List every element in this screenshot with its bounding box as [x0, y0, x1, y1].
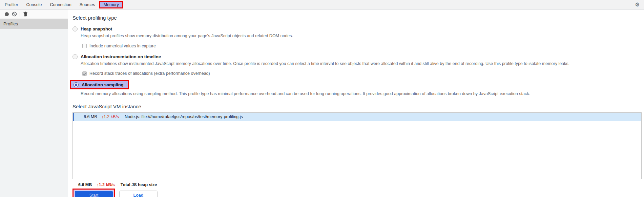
record-dot-icon	[5, 12, 9, 16]
record-profile-icon[interactable]	[3, 10, 11, 18]
vm-instance-list: 6.6 MB ↑1.2 kB/s Node.js: file:///home/r…	[72, 112, 642, 179]
profiles-section-header: Profiles	[0, 19, 68, 29]
memory-panel: Select profiling type Heap snapshot Heap…	[68, 9, 644, 197]
option-description: Record memory allocations using sampling…	[81, 91, 644, 97]
devtools-window: Profiler Console Connection Sources Memo…	[0, 0, 644, 197]
total-heap-rate-value: ↑1.2 kB/s	[97, 182, 115, 187]
toolbar-divider	[20, 12, 20, 17]
include-numerical-values-checkbox[interactable]	[82, 44, 87, 48]
tab-connection[interactable]: Connection	[46, 0, 75, 9]
profiling-type-heading: Select profiling type	[72, 15, 644, 21]
heap-stats: 6.6 MB ↑1.2 kB/s Total JS heap size	[78, 182, 644, 187]
vm-heap-rate: ↑1.2 kB/s	[102, 114, 119, 119]
tabbar: Profiler Console Connection Sources Memo…	[0, 0, 644, 9]
option-description: Allocation timelines show instrumented J…	[81, 61, 644, 67]
option-heap-snapshot[interactable]: Heap snapshot	[72, 26, 644, 31]
total-heap-size-label: Total JS heap size	[121, 182, 157, 187]
tab-memory[interactable]: Memory	[99, 1, 123, 8]
profiles-sidebar: Profiles	[0, 9, 68, 197]
option-allocation-sampling[interactable]: Allocation sampling	[70, 80, 129, 89]
clear-profiles-icon[interactable]	[11, 10, 18, 18]
content-area: Profiles Select profiling type Heap snap…	[0, 9, 644, 197]
option-label: Allocation instrumentation on timeline	[81, 54, 161, 59]
checkbox-label: Include numerical values in capture	[89, 44, 156, 48]
ban-icon	[12, 12, 17, 17]
start-annotation-box: Start	[72, 189, 115, 197]
record-stack-traces-row: Record stack traces of allocations (extr…	[82, 71, 644, 76]
start-button[interactable]: Start	[75, 191, 113, 197]
radio-allocation-timeline[interactable]	[72, 54, 78, 59]
settings-gear-icon[interactable]: ⚙	[635, 2, 640, 7]
option-label: Allocation sampling	[82, 82, 124, 87]
record-stack-traces-checkbox	[82, 71, 87, 76]
radio-heap-snapshot[interactable]	[72, 26, 78, 31]
profiles-list-empty	[0, 29, 68, 197]
tabbar-right: ⚙	[631, 2, 644, 7]
profiler-toolbar	[0, 9, 68, 19]
include-numerical-values-row[interactable]: Include numerical values in capture	[82, 44, 644, 48]
load-button[interactable]: Load	[119, 191, 158, 197]
option-label: Heap snapshot	[81, 26, 112, 31]
vm-instance-name: Node.js: file:///home/rafaelgss/repos/os…	[125, 114, 243, 119]
option-description: Heap snapshot profiles show memory distr…	[81, 34, 644, 39]
checkbox-label: Record stack traces of allocations (extr…	[89, 71, 210, 76]
tab-sources[interactable]: Sources	[76, 0, 99, 9]
radio-allocation-sampling[interactable]	[74, 82, 79, 87]
delete-profile-icon[interactable]	[22, 10, 29, 18]
tab-profiler[interactable]: Profiler	[1, 0, 22, 9]
total-heap-size-value: 6.6 MB	[78, 182, 92, 187]
tab-console[interactable]: Console	[22, 0, 46, 9]
tabbar-divider	[631, 2, 631, 7]
vm-instance-row[interactable]: 6.6 MB ↑1.2 kB/s Node.js: file:///home/r…	[73, 113, 641, 121]
option-allocation-timeline[interactable]: Allocation instrumentation on timeline	[72, 54, 644, 59]
vm-heap-size: 6.6 MB	[84, 114, 97, 119]
vm-instance-heading: Select JavaScript VM instance	[72, 104, 644, 109]
trash-icon	[23, 12, 28, 17]
action-buttons: Start Load	[72, 189, 644, 197]
